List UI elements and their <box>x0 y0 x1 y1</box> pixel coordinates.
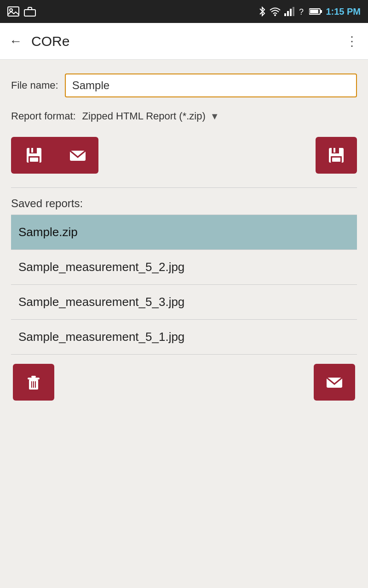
saved-reports-label: Saved reports: <box>11 197 357 210</box>
svg-rect-16 <box>30 158 38 162</box>
report-format-value: Zipped HTML Report (*.zip) <box>82 110 206 122</box>
more-options-button[interactable]: ⋮ <box>345 34 359 49</box>
battery-icon <box>309 8 322 15</box>
svg-rect-0 <box>8 7 19 16</box>
top-action-buttons <box>11 137 357 174</box>
envelope-icon-bottom <box>325 373 344 391</box>
trash-icon <box>24 373 43 391</box>
save-button-right[interactable] <box>316 137 357 174</box>
bottom-action-buttons <box>11 364 357 401</box>
status-bar-right-icons: ? 1:15 PM <box>259 6 361 17</box>
email-button-bottom[interactable] <box>314 364 355 401</box>
file-list: Sample.zip Sample_measurement_5_2.jpg Sa… <box>11 215 357 355</box>
svg-rect-7 <box>293 7 294 16</box>
file-item-name: Sample_measurement_5_2.jpg <box>18 260 184 274</box>
file-name-input[interactable] <box>65 74 357 97</box>
svg-rect-4 <box>284 13 286 16</box>
svg-rect-5 <box>287 11 289 16</box>
page-title: CORe <box>31 34 345 49</box>
svg-rect-25 <box>31 376 36 378</box>
content-area: File name: Report format: Zipped HTML Re… <box>0 60 368 410</box>
file-name-row: File name: <box>11 74 357 97</box>
svg-rect-11 <box>321 10 322 13</box>
envelope-icon-top <box>69 146 87 164</box>
image-icon <box>7 6 19 17</box>
app-bar: ← CORe ⋮ <box>0 23 368 60</box>
svg-rect-10 <box>310 10 318 13</box>
list-item[interactable]: Sample_measurement_5_2.jpg <box>11 250 357 285</box>
svg-rect-14 <box>31 148 33 153</box>
status-time: 1:15 PM <box>326 6 361 17</box>
briefcase-icon <box>24 6 36 17</box>
wifi-icon <box>270 7 281 16</box>
svg-rect-2 <box>24 10 35 16</box>
svg-rect-6 <box>290 9 292 16</box>
delete-button[interactable] <box>13 364 54 401</box>
save-email-button-group <box>11 137 98 174</box>
file-item-name: Sample_measurement_5_1.jpg <box>18 330 184 344</box>
svg-rect-24 <box>28 378 40 379</box>
list-item[interactable]: Sample_measurement_5_1.jpg <box>11 320 357 355</box>
status-bar-left-icons <box>7 6 36 17</box>
report-format-label: Report format: <box>11 110 76 122</box>
floppy-disk-icon <box>25 146 43 164</box>
unknown-signal-icon: ? <box>298 7 305 16</box>
status-bar: ? 1:15 PM <box>0 0 368 23</box>
floppy-disk-icon-right <box>327 146 345 164</box>
svg-text:?: ? <box>299 7 304 16</box>
save-button-left[interactable] <box>11 137 57 174</box>
signal-icon <box>284 7 294 16</box>
list-item[interactable]: Sample_measurement_5_3.jpg <box>11 285 357 320</box>
list-item[interactable]: Sample.zip <box>11 215 357 250</box>
svg-point-3 <box>274 14 276 16</box>
svg-rect-22 <box>332 158 340 162</box>
back-button[interactable]: ← <box>9 34 22 49</box>
report-format-dropdown[interactable]: Zipped HTML Report (*.zip) ▼ <box>82 110 219 122</box>
file-item-name: Sample_measurement_5_3.jpg <box>18 295 184 309</box>
chevron-down-icon: ▼ <box>210 111 219 122</box>
svg-rect-20 <box>334 148 335 153</box>
email-button-top-right[interactable] <box>57 137 98 174</box>
file-item-name: Sample.zip <box>18 225 78 239</box>
file-name-label: File name: <box>11 79 58 91</box>
report-format-row: Report format: Zipped HTML Report (*.zip… <box>11 110 357 122</box>
bluetooth-icon <box>259 6 266 17</box>
divider-top <box>11 187 357 188</box>
